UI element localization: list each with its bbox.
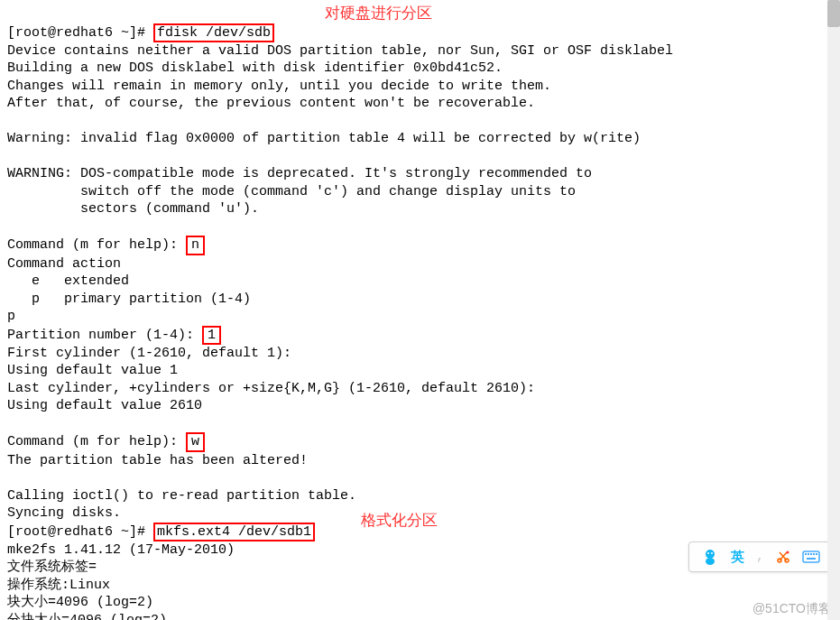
output-line: Warning: invalid flag 0x0000 of partitio… (7, 131, 641, 146)
output-line: First cylinder (1-2610, default 1): (7, 346, 291, 361)
output-line: p primary partition (1-4) (7, 291, 251, 307)
output-line: mke2fs 1.41.12 (17-May-2010) (7, 542, 235, 558)
highlight-1-input: 1 (202, 326, 221, 345)
output-line: e extended (7, 273, 129, 289)
output-line: Last cylinder, +cylinders or +size{K,M,G… (7, 381, 535, 396)
watermark: @51CTO博客 (752, 600, 831, 616)
scissors-icon[interactable] (776, 550, 790, 564)
output-line: Partition number (1-4): (7, 328, 202, 343)
highlight-n-input: n (186, 236, 205, 254)
svg-rect-11 (808, 553, 809, 555)
output-line: switch off the mode (command 'c') and ch… (7, 184, 576, 199)
scrollbar[interactable] (827, 0, 840, 620)
svg-rect-10 (805, 553, 807, 555)
output-line: Calling ioctl() to re-read partition tab… (7, 488, 356, 504)
output-line: WARNING: DOS-compatible mode is deprecat… (7, 166, 592, 181)
ime-toolbar[interactable]: 英 , (688, 541, 833, 572)
output-line: The partition table has been altered! (7, 453, 308, 468)
annotation-partition: 对硬盘进行分区 (325, 4, 432, 23)
output-line: Command (m for help): (7, 434, 186, 449)
highlight-w-input: w (186, 432, 205, 451)
scrollbar-thumb[interactable] (827, 0, 840, 27)
svg-point-1 (706, 558, 715, 565)
highlight-mkfs-cmd: mkfs.ext4 /dev/sdb1 (153, 523, 315, 541)
prompt: [root@redhat6 ~]# (7, 524, 153, 540)
output-line: p (7, 309, 15, 324)
prompt: [root@redhat6 ~]# (7, 25, 153, 41)
highlight-fdisk-cmd: fdisk /dev/sdb (153, 23, 274, 42)
output-line: Building a new DOS disklabel with disk i… (7, 60, 503, 76)
ime-lang-label[interactable]: 英 (731, 548, 744, 566)
annotation-format: 格式化分区 (361, 511, 438, 531)
svg-point-0 (706, 550, 715, 559)
keyboard-icon[interactable] (802, 551, 820, 563)
output-line: Using default value 1 (7, 363, 178, 378)
penguin-icon[interactable] (701, 548, 719, 566)
output-line: Using default value 2610 (7, 398, 202, 413)
output-line: 文件系统标签= (7, 560, 97, 575)
output-line: Changes will remain in memory only, unti… (7, 79, 551, 94)
svg-rect-13 (813, 553, 815, 555)
output-line: Device contains neither a valid DOS part… (7, 43, 673, 59)
svg-rect-14 (816, 553, 817, 555)
svg-rect-15 (807, 558, 816, 560)
svg-rect-9 (803, 551, 819, 562)
output-line: Command action (7, 256, 121, 272)
svg-rect-12 (810, 553, 812, 555)
svg-point-3 (711, 552, 713, 554)
svg-point-2 (707, 552, 709, 554)
output-line: After that, of course, the previous cont… (7, 96, 535, 111)
output-line: Syncing disks. (7, 505, 121, 521)
output-line: sectors (command 'u'). (7, 201, 259, 217)
output-line: Command (m for help): (7, 237, 186, 253)
output-line: 分块大小=4096 (log=2) (7, 613, 167, 620)
output-line: 块大小=4096 (log=2) (7, 595, 153, 610)
svg-point-8 (787, 551, 789, 554)
output-line: 操作系统:Linux (7, 578, 110, 593)
